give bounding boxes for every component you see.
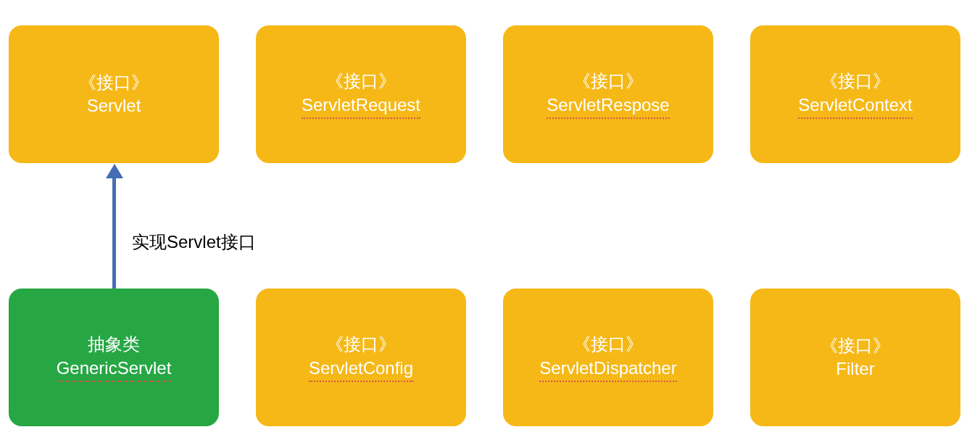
name-label: ServletConfig <box>309 357 413 382</box>
stereotype-label: 抽象类 <box>88 333 140 356</box>
name-label: GenericServlet <box>57 357 172 382</box>
stereotype-label: 《接口》 <box>79 71 149 94</box>
arrow-head-icon <box>106 164 123 178</box>
name-label: ServletContext <box>798 94 912 119</box>
diagram-container: 《接口》 Servlet 《接口》 ServletRequest 《接口》 Se… <box>0 0 980 448</box>
box-servlet-context: 《接口》 ServletContext <box>750 25 960 163</box>
box-servlet-dispatcher: 《接口》 ServletDispatcher <box>503 289 713 426</box>
stereotype-label: 《接口》 <box>326 333 396 356</box>
name-label: Servlet <box>87 94 141 117</box>
box-servlet: 《接口》 Servlet <box>9 25 219 163</box>
name-label: ServletRespose <box>547 94 669 119</box>
box-servlet-request: 《接口》 ServletRequest <box>256 25 466 163</box>
stereotype-label: 《接口》 <box>326 70 396 93</box>
box-generic-servlet: 抽象类 GenericServlet <box>9 289 219 426</box>
name-label: ServletRequest <box>302 94 420 119</box>
stereotype-label: 《接口》 <box>573 333 643 356</box>
box-servlet-config: 《接口》 ServletConfig <box>256 289 466 426</box>
arrow-line <box>112 177 116 289</box>
arrow-label: 实现Servlet接口 <box>132 231 256 254</box>
name-label: ServletDispatcher <box>539 357 676 382</box>
box-servlet-response: 《接口》 ServletRespose <box>503 25 713 163</box>
box-filter: 《接口》 Filter <box>750 289 960 426</box>
stereotype-label: 《接口》 <box>821 70 890 93</box>
stereotype-label: 《接口》 <box>573 70 643 93</box>
name-label: Filter <box>836 357 874 381</box>
stereotype-label: 《接口》 <box>821 334 890 357</box>
